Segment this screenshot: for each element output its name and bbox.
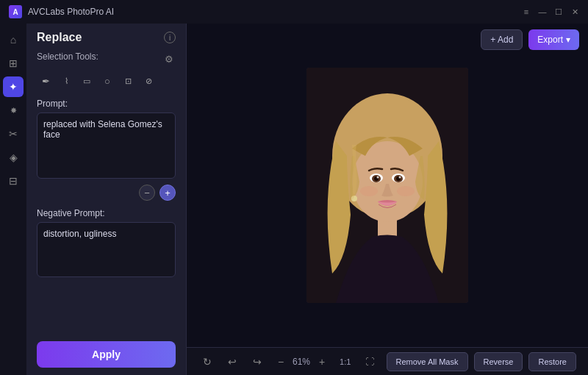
bottom-left-controls: ↻ ↩ ↪ − 61% + 1:1 ⛶: [198, 353, 379, 371]
lasso-tool-icon[interactable]: ⌇: [57, 72, 75, 90]
sidebar-adjustments-icon[interactable]: ◈: [3, 147, 24, 168]
window-controls[interactable]: ≡ — ☐ ✕: [522, 7, 579, 16]
reverse-button[interactable]: Reverse: [474, 352, 523, 371]
prompt-input[interactable]: replaced with Selena Gomez's face: [37, 113, 176, 179]
title-bar: A AVCLabs PhotoPro AI ≡ — ☐ ✕: [0, 0, 588, 24]
svg-point-11: [399, 176, 401, 179]
restore-button[interactable]: Restore: [528, 352, 576, 371]
minimize-button[interactable]: —: [538, 7, 547, 16]
sidebar-home-icon[interactable]: ⌂: [3, 29, 24, 50]
bottom-toolbar: ↻ ↩ ↪ − 61% + 1:1 ⛶ Remove All Mask Reve…: [187, 347, 588, 375]
svg-point-10: [377, 176, 379, 179]
canvas-area: + Add Export ▾: [187, 24, 588, 375]
negative-prompt-input[interactable]: distortion, ugliness: [37, 222, 176, 277]
undo-icon[interactable]: ↩: [223, 353, 241, 371]
portrait-image: [306, 68, 468, 303]
image-container: [187, 24, 588, 347]
app-title: AVCLabs PhotoPro AI: [28, 7, 114, 17]
sidebar-ai-icon[interactable]: ✦: [3, 76, 24, 97]
main-layout: ⌂ ⊞ ✦ ✸ ✂ ◈ ⊟ Replace i Selection Tools:…: [0, 24, 588, 375]
menu-button[interactable]: ≡: [522, 7, 531, 16]
ellipse-tool-icon[interactable]: ○: [98, 72, 116, 90]
zoom-out-button[interactable]: −: [273, 354, 288, 369]
zoom-controls: − 61% +: [273, 354, 329, 369]
negative-prompt-label: Negative Prompt:: [37, 208, 176, 218]
panel-title: Replace: [37, 31, 82, 44]
bottom-right-controls: Remove All Mask Reverse Restore: [387, 352, 576, 371]
prompt-label: Prompt:: [37, 99, 176, 109]
negative-prompt-section: Negative Prompt: distortion, ugliness: [37, 208, 176, 280]
rect-select-tool-icon[interactable]: ▭: [78, 72, 96, 90]
redo-icon[interactable]: ↪: [248, 353, 266, 371]
selection-tools-label: Selection Tools:: [37, 51, 98, 62]
prompt-actions: − +: [37, 185, 176, 201]
prompt-plus-button[interactable]: +: [159, 185, 176, 201]
close-button[interactable]: ✕: [570, 7, 579, 16]
zoom-in-button[interactable]: +: [315, 354, 329, 369]
pen-tool-icon[interactable]: ✒: [37, 72, 54, 90]
fullscreen-icon[interactable]: ⛶: [361, 353, 379, 371]
svg-point-13: [360, 186, 378, 196]
info-icon[interactable]: i: [164, 32, 176, 43]
apply-button[interactable]: Apply: [37, 341, 176, 368]
settings-gear-icon[interactable]: ⚙: [162, 52, 176, 65]
sidebar-sliders-icon[interactable]: ⊟: [3, 171, 24, 191]
icon-sidebar: ⌂ ⊞ ✦ ✸ ✂ ◈ ⊟: [0, 24, 26, 375]
refresh-icon[interactable]: ↻: [198, 353, 216, 371]
sidebar-tools-icon[interactable]: ✂: [3, 124, 24, 144]
sidebar-effects-icon[interactable]: ✸: [3, 100, 24, 121]
sidebar-layers-icon[interactable]: ⊞: [3, 53, 24, 74]
aspect-ratio-button[interactable]: 1:1: [337, 356, 354, 368]
app-icon: A: [9, 5, 22, 18]
selection-tools-row: Selection Tools: ⚙: [37, 51, 176, 66]
panel-header: Replace i: [37, 31, 176, 44]
prompt-minus-button[interactable]: −: [139, 185, 155, 201]
maximize-button[interactable]: ☐: [554, 7, 563, 16]
magic-wand-tool-icon[interactable]: ⊡: [119, 72, 137, 90]
left-panel: Replace i Selection Tools: ⚙ ✒ ⌇ ▭ ○ ⊡ ⊘…: [26, 24, 187, 375]
zoom-level: 61%: [293, 357, 310, 367]
svg-point-14: [397, 186, 415, 196]
brush-tool-icon[interactable]: ⊘: [140, 72, 157, 90]
tools-icons: ✒ ⌇ ▭ ○ ⊡ ⊘: [37, 72, 176, 90]
title-bar-left: A AVCLabs PhotoPro AI: [9, 5, 114, 18]
remove-all-mask-button[interactable]: Remove All Mask: [387, 352, 468, 371]
prompt-section: Prompt: replaced with Selena Gomez's fac…: [37, 99, 176, 201]
